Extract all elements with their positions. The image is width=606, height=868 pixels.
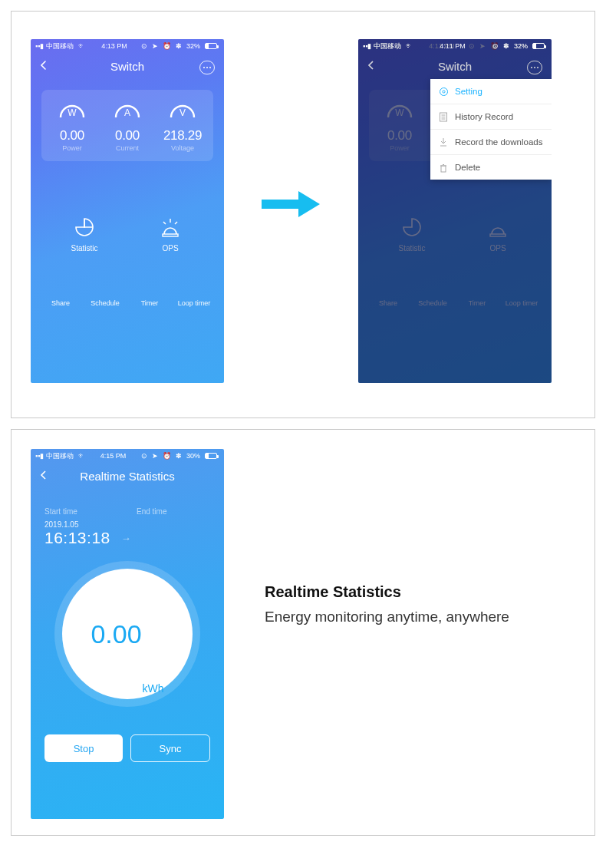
menu-setting[interactable]: Setting [430, 79, 552, 104]
energy-unit: kWh [143, 682, 164, 695]
arrow-icon [262, 190, 321, 222]
download-icon [438, 137, 449, 147]
back-icon[interactable] [38, 60, 49, 73]
svg-rect-5 [163, 234, 178, 236]
title-bar: Switch [31, 53, 224, 79]
svg-line-8 [175, 222, 177, 224]
energy-gauge: 0.00 kWh [62, 569, 193, 699]
caption: Realtime Statistics Energy monitoring an… [265, 583, 579, 625]
metric-power: W 0.00 Power [44, 101, 100, 152]
menu-downloads[interactable]: Record the downloads [430, 130, 552, 155]
statistic-button[interactable]: Statistic [41, 215, 127, 252]
phone-realtime: ▪▪▮中国移动 ᯤ 4:15 PM ⊙➤⏰✽30% Realtime Stati… [31, 449, 224, 819]
energy-value: 0.00 [91, 619, 141, 649]
svg-rect-40 [441, 166, 446, 172]
menu-delete[interactable]: Delete [430, 155, 552, 180]
phone-switch: ▪▪▮中国移动 ᯤ 4:13 PM ⊙➤⏰✽32% Switch W 0.00 … [31, 39, 224, 383]
phone-switch-menu: ▪▪▮中国移动 ᯤ 4:11 PM ⊙➤⏰✽32% Switch W0.00Po… [358, 39, 552, 383]
page-title: Realtime Statistics [80, 470, 174, 483]
ops-button[interactable]: OPS [127, 215, 213, 252]
end-time-label: End time [137, 507, 166, 516]
back-icon[interactable] [38, 470, 49, 483]
svg-text:W: W [68, 107, 77, 118]
status-bar: ▪▪▮中国移动 ᯤ 4:13 PM ⊙➤⏰✽32% [31, 39, 224, 53]
start-clock: 16:13:18 [44, 529, 110, 547]
svg-text:A: A [124, 107, 130, 118]
document-icon [438, 111, 449, 122]
start-time-label: Start time [44, 507, 137, 516]
metric-voltage: V 218.29 Voltage [155, 101, 210, 152]
svg-rect-20 [262, 200, 298, 209]
stop-button[interactable]: Stop [44, 734, 123, 762]
start-date: 2019.1.05 [44, 520, 210, 529]
page-title: Switch [110, 60, 144, 73]
svg-point-34 [440, 87, 447, 95]
svg-point-35 [442, 90, 444, 92]
gear-icon [438, 86, 449, 97]
panel-bottom: ▪▪▮中国移动 ᯤ 4:15 PM ⊙➤⏰✽30% Realtime Stati… [11, 429, 595, 836]
svg-line-7 [163, 222, 166, 224]
svg-text:V: V [179, 107, 186, 118]
metrics-card: W 0.00 Power A 0.00 Current V 218.29 Vol… [41, 90, 213, 161]
time-range: Start timeEnd time 2019.1.05 16:13:18→ [44, 507, 210, 547]
metric-current: A 0.00 Current [100, 101, 155, 152]
sync-button[interactable]: Sync [130, 734, 210, 762]
status-time: 4:13 PM [101, 42, 127, 50]
more-icon[interactable] [199, 61, 215, 74]
status-bar: ▪▪▮中国移动 ᯤ 4:15 PM ⊙➤⏰✽30% [31, 449, 224, 463]
menu-history[interactable]: History Record [430, 104, 552, 130]
caption-sub: Energy monitoring anytime, anywhere [265, 609, 579, 625]
arrow-right-icon: → [121, 533, 132, 544]
trash-icon [438, 162, 449, 173]
context-menu: Setting History Record Record the downlo… [430, 79, 552, 180]
caption-heading: Realtime Statistics [265, 583, 579, 601]
panel-top: ▪▪▮中国移动 ᯤ 4:13 PM ⊙➤⏰✽32% Switch W 0.00 … [11, 11, 595, 418]
